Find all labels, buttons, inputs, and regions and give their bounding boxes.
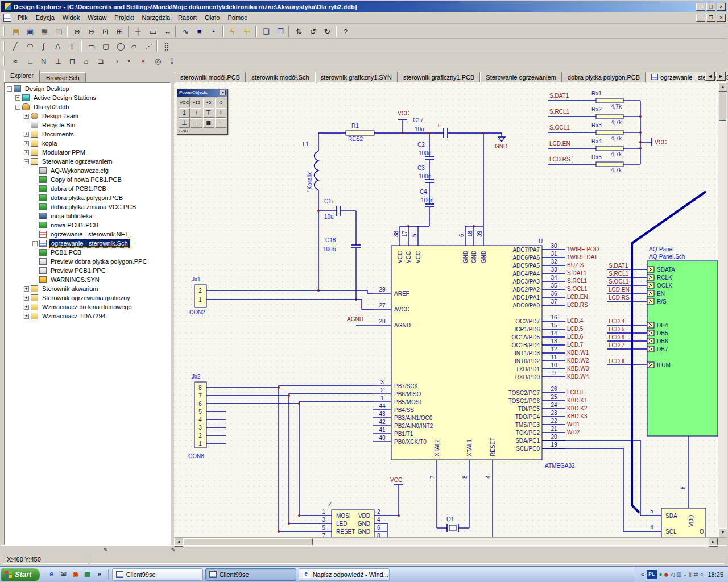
power-object-row2-2[interactable]: ⊤: [203, 108, 214, 118]
doc-tab[interactable]: sterownik graficzny1.PCB: [398, 72, 480, 82]
power-object-row2-3[interactable]: ♀: [215, 108, 226, 118]
schematic-canvas[interactable]: S.DAT1Rx14,7kS.RCL1Rx24,7kS.OCL1Rx34,7kL…: [174, 82, 718, 537]
power-object-row3-1[interactable]: ≡: [191, 118, 202, 128]
wire-icon[interactable]: ∿: [179, 25, 192, 37]
scroll-down-icon[interactable]: ▼: [718, 528, 727, 537]
vertical-scrollbar[interactable]: ▲ ▼: [718, 82, 727, 537]
power-object-row2-1[interactable]: ↑: [191, 108, 202, 118]
tree-item[interactable]: −Dla ryb2.ddb: [5, 102, 170, 111]
minimize-button[interactable]: –: [696, 3, 705, 11]
textframe-tool-icon[interactable]: T: [65, 40, 78, 52]
tree-expand-icon[interactable]: +: [24, 314, 29, 319]
volume-icon[interactable]: ◁: [670, 571, 675, 577]
open-icon[interactable]: ▤: [9, 25, 22, 37]
power-port-icon[interactable]: ⊥: [51, 55, 64, 66]
polygon-tool-icon[interactable]: ▱: [127, 40, 140, 52]
toolbar-grip[interactable]: [3, 56, 6, 66]
tree-expand-icon[interactable]: +: [24, 150, 29, 155]
increment-icon[interactable]: ⇅: [292, 25, 305, 37]
tree-item[interactable]: WARNINGS.SYN: [5, 275, 170, 284]
power-object-row3-3[interactable]: ∸: [215, 118, 226, 128]
menu-item-okno[interactable]: Okno: [201, 13, 224, 22]
tree-item[interactable]: PCB1.PCB: [5, 248, 170, 257]
tree-expand-icon[interactable]: +: [24, 286, 29, 292]
task-button[interactable]: Client99se: [112, 568, 203, 581]
tree-item[interactable]: +ogrzewanie - sterownik.Sch: [5, 239, 170, 248]
sheet-entry-icon[interactable]: ⊐: [94, 55, 107, 66]
doc-tab[interactable]: sterownik modół.Sch: [246, 72, 315, 82]
zoom-window-icon[interactable]: ⊡: [98, 25, 111, 37]
menu-item-raport[interactable]: Raport: [174, 13, 201, 22]
network-icon[interactable]: ▥: [676, 571, 681, 577]
tree-item[interactable]: +Modulator PPM: [5, 148, 170, 157]
scroll-up-icon[interactable]: ▲: [718, 82, 727, 92]
tree-item[interactable]: Preview dobra plytka polygon.PPC: [5, 257, 170, 266]
graph-tool-icon[interactable]: ⋰: [141, 40, 154, 52]
restore-button[interactable]: ❐: [706, 3, 715, 11]
show-desktop-icon[interactable]: ▦: [82, 569, 93, 580]
language-indicator[interactable]: PL: [647, 570, 657, 579]
tree-item[interactable]: +Wzmacniacz TDA7294: [5, 311, 170, 321]
tree-expand-icon[interactable]: −: [15, 105, 20, 110]
tree-item[interactable]: +kopia: [5, 139, 170, 148]
junction-icon[interactable]: •: [207, 25, 220, 37]
tree-item[interactable]: dobra of PCB1.PCB: [5, 184, 170, 193]
menu-item-narzędzia[interactable]: Narzędzia: [138, 13, 175, 22]
child-close-button[interactable]: ×: [717, 14, 726, 22]
tree-item[interactable]: +Active Design Stations: [5, 93, 170, 102]
bus-entry-icon[interactable]: ∟: [23, 55, 36, 66]
tab-scroll-right-icon[interactable]: ►: [716, 72, 726, 81]
zoom-all-icon[interactable]: ⊞: [113, 25, 126, 37]
menu-item-plik[interactable]: Plik: [14, 13, 32, 22]
design-tree[interactable]: −Design Desktop+Active Design Stations−D…: [4, 82, 171, 545]
library2-icon[interactable]: ❒: [273, 25, 286, 37]
tree-expand-icon[interactable]: +: [24, 114, 29, 119]
curve-tool-icon[interactable]: ∫: [37, 40, 50, 52]
junction-place-icon[interactable]: •: [122, 55, 135, 66]
doc-tab[interactable]: sterownik graficzny1.SYN: [315, 72, 398, 82]
doc-tab[interactable]: Sterowanie ogrzewaniem: [480, 72, 562, 82]
library-icon[interactable]: ❑: [259, 25, 272, 37]
zoom-out-icon[interactable]: ⊖: [84, 25, 97, 37]
tree-expand-icon[interactable]: +: [24, 305, 29, 310]
zoom-in-icon[interactable]: ⊕: [70, 25, 83, 37]
power-object-row3-0[interactable]: ⊥: [179, 118, 190, 128]
task-button[interactable]: Client99se: [205, 568, 296, 581]
sheet-symbol-icon[interactable]: ⌂: [80, 55, 93, 66]
messenger-icon[interactable]: ◒: [683, 571, 686, 577]
tree-item[interactable]: dobra plytka zmiana VCC.PCB: [5, 202, 170, 211]
tree-item[interactable]: Recycle Bin: [5, 120, 170, 130]
cross-cursor-icon[interactable]: ┼: [131, 25, 144, 37]
vertical-scroll-thumb[interactable]: [719, 92, 726, 121]
tab-scroll-left-icon[interactable]: ◄: [705, 72, 715, 81]
tree-item[interactable]: AQ-Wykonawcze.cfg: [5, 166, 170, 175]
menu-item-wstaw[interactable]: Wstaw: [84, 13, 110, 22]
panel-tab-browse-sch[interactable]: Browse Sch: [40, 72, 86, 82]
move-icon[interactable]: ↔: [160, 25, 173, 37]
toolbar-grip[interactable]: [3, 26, 6, 36]
tree-item[interactable]: −Sterowanie ogrzewaniem: [5, 157, 170, 166]
select-area-icon[interactable]: ▭: [146, 25, 159, 37]
power-object-row1-2[interactable]: +5: [203, 98, 214, 107]
tree-item[interactable]: +Sterownik akwarium: [5, 284, 170, 293]
tree-expand-icon[interactable]: +: [24, 296, 29, 301]
tree-item[interactable]: Preview PCB1.PPC: [5, 266, 170, 275]
wire-place-icon[interactable]: ≈: [9, 55, 22, 66]
update-icon[interactable]: ●: [659, 571, 663, 577]
power-object-row2-0[interactable]: ↥: [179, 108, 190, 118]
scheduler-icon[interactable]: ○: [700, 571, 703, 577]
undo-icon[interactable]: ↺: [306, 25, 319, 37]
palette-close-icon[interactable]: ×: [220, 90, 226, 95]
power-object-row1-0[interactable]: VCC: [179, 98, 190, 107]
task-button[interactable]: eNapisz odpowiedź - Wind...: [299, 568, 390, 581]
tree-item[interactable]: moja biblioteka: [5, 211, 170, 221]
power-object-row1-1[interactable]: +12: [191, 98, 202, 107]
port-place-icon[interactable]: ⊃: [108, 55, 121, 66]
redo-icon[interactable]: ↻: [320, 25, 333, 37]
tree-item[interactable]: ogrzewanie - sterownik.NET: [5, 230, 170, 239]
tree-item[interactable]: +Documents: [5, 130, 170, 139]
tree-item[interactable]: dobra plytka polygon.PCB: [5, 193, 170, 202]
tree-item[interactable]: Copy of nowa PCB1.PCB: [5, 175, 170, 184]
probe-icon[interactable]: ↧: [165, 55, 178, 66]
overflow-chevron[interactable]: »: [94, 569, 105, 580]
